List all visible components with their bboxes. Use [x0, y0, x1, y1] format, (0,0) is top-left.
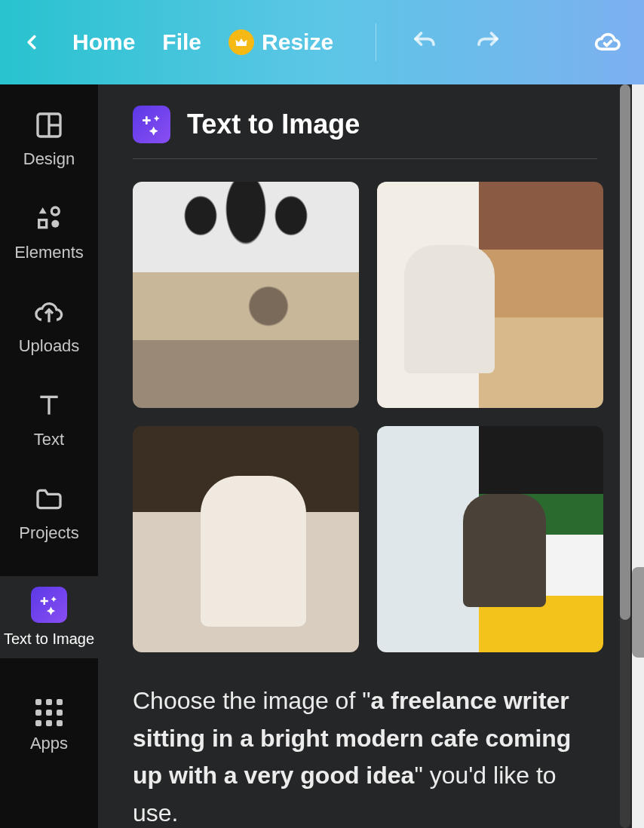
resize-label: Resize [262, 29, 333, 55]
generated-image-2[interactable] [377, 182, 603, 408]
svg-rect-4 [39, 220, 47, 228]
sidebar-item-label: Text to Image [4, 630, 94, 648]
topbar: Home File Resize [0, 0, 644, 84]
scrollbar-thumb[interactable] [620, 84, 630, 620]
sidebar-item-label: Apps [30, 734, 68, 753]
redo-button[interactable] [470, 24, 506, 60]
text-to-image-icon [133, 106, 170, 143]
sidebar-item-text-to-image[interactable]: Text to Image [0, 576, 98, 658]
generated-image-grid [133, 182, 597, 652]
redo-icon [474, 29, 501, 56]
sidebar-item-label: Design [23, 149, 75, 169]
undo-button[interactable] [406, 24, 443, 60]
sidebar-item-uploads[interactable]: Uploads [0, 296, 98, 356]
cloud-sync-button[interactable] [590, 24, 626, 60]
crown-icon [228, 29, 254, 55]
sidebar-item-label: Text [34, 430, 64, 449]
sidebar: Design Elements Uploads Tex [0, 84, 98, 828]
sidebar-item-apps[interactable]: Apps [0, 699, 98, 753]
topbar-divider [376, 23, 376, 61]
resize-button[interactable]: Resize [228, 29, 333, 55]
folder-icon [32, 483, 66, 516]
sidebar-item-elements[interactable]: Elements [0, 202, 98, 262]
apps-icon [35, 699, 63, 726]
generated-image-4[interactable] [377, 426, 603, 652]
undo-icon [411, 29, 438, 56]
sidebar-item-label: Uploads [19, 336, 80, 356]
main-panel: Text to Image Choose the image of "a fre… [98, 84, 632, 828]
sidebar-item-label: Projects [19, 523, 78, 543]
sidebar-item-text[interactable]: Text [0, 389, 98, 449]
svg-point-5 [51, 220, 59, 228]
chevron-left-icon [20, 31, 43, 54]
panel-header: Text to Image [133, 106, 597, 143]
sidebar-item-projects[interactable]: Projects [0, 483, 98, 543]
cloud-check-icon [594, 29, 621, 56]
generated-image-3[interactable] [133, 426, 359, 652]
elements-icon [32, 202, 66, 235]
home-button[interactable]: Home [72, 29, 135, 55]
generated-image-1[interactable] [133, 182, 359, 408]
text-icon [32, 389, 66, 422]
sidebar-item-label: Elements [14, 243, 84, 262]
text-to-image-icon [31, 587, 67, 623]
back-button[interactable] [18, 29, 45, 56]
panel-divider [133, 158, 597, 159]
panel-scrollbar[interactable] [620, 84, 630, 828]
prompt-prefix: Choose the image of " [133, 687, 371, 714]
design-icon [32, 109, 66, 142]
canvas-edge [632, 84, 644, 828]
svg-point-3 [51, 207, 59, 215]
file-button[interactable]: File [162, 29, 201, 55]
uploads-icon [32, 296, 66, 329]
sidebar-item-design[interactable]: Design [0, 109, 98, 169]
prompt-instruction: Choose the image of "a freelance writer … [133, 682, 597, 828]
panel-title: Text to Image [187, 109, 360, 140]
